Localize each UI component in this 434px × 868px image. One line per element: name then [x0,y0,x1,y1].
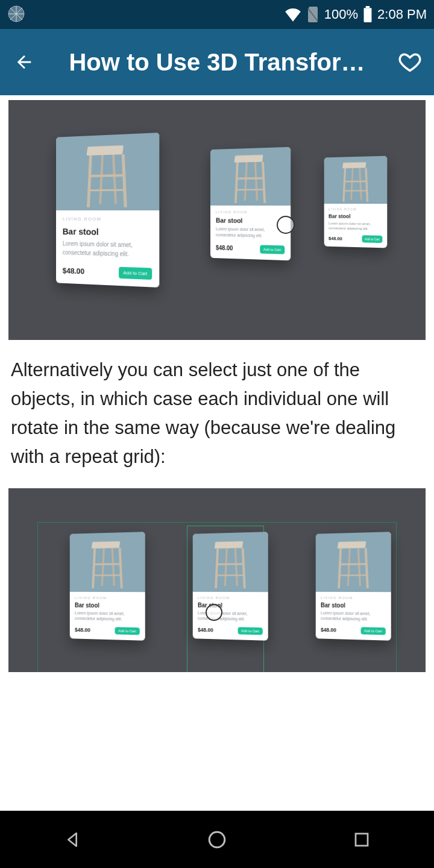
wifi-icon [285,7,301,22]
svg-rect-6 [366,6,370,8]
card-desc: Lorem ipsum dolor sit amet, consectetur … [321,611,386,623]
card-price: $48.00 [198,627,213,633]
product-card: LIVING ROOM Bar stool Lorem ipsum dolor … [210,147,291,260]
svg-line-37 [216,549,218,588]
status-bar: 100% 2:08 PM [0,0,434,29]
card-category: LIVING ROOM [216,210,285,215]
svg-line-31 [120,548,122,588]
card-name: Bar stool [63,226,152,237]
svg-line-24 [366,168,368,201]
nav-home-button[interactable] [202,825,232,855]
card-category: LIVING ROOM [321,596,386,600]
svg-rect-29 [92,541,121,549]
svg-line-16 [236,162,237,203]
card-desc: Lorem ipsum dolor sit amet, consectetur … [216,226,285,239]
svg-line-20 [236,178,263,179]
svg-line-12 [113,154,116,204]
svg-line-48 [340,564,367,565]
battery-icon [363,6,373,23]
svg-line-25 [351,168,353,200]
card-name: Bar stool [216,217,285,225]
svg-line-44 [339,549,341,588]
card-category: LIVING ROOM [63,216,152,222]
svg-line-46 [348,549,350,586]
svg-line-39 [225,549,227,586]
svg-line-17 [263,162,265,203]
card-desc: Lorem ipsum dolor sit amet, consectetur … [63,240,152,260]
svg-line-23 [344,168,345,202]
card-category: LIVING ROOM [198,596,263,600]
article-content[interactable]: LIVING ROOM Bar stool Lorem ipsum dolor … [0,100,434,796]
card-price: $48.00 [321,627,336,633]
add-to-cart-button: Add to Cart [115,627,140,635]
svg-line-38 [243,548,245,588]
card-desc: Lorem ipsum dolor sit amet, consectetur … [329,221,382,231]
article-paragraph: Alternatively you can select just one of… [0,340,434,488]
add-to-cart-button: Add to Cart [360,627,386,635]
card-category: LIVING ROOM [329,207,382,211]
figure-3d-cards-grid: LIVING ROOM Bar stool Lorem ipsum dolor … [8,488,426,672]
svg-line-45 [366,548,368,588]
product-card: LIVING ROOM Bar stool Lorem ipsum dolor … [316,532,391,640]
svg-rect-15 [234,155,263,163]
card-price: $48.00 [63,266,84,276]
clock: 2:08 PM [377,7,427,22]
figure-3d-cards-perspective: LIVING ROOM Bar stool Lorem ipsum dolor … [8,100,426,340]
favorite-button[interactable] [398,50,422,74]
card-price: $48.00 [216,245,233,252]
svg-rect-51 [356,834,368,846]
card-category: LIVING ROOM [75,596,140,600]
card-desc: Lorem ipsum dolor sit amet, consectetur … [75,611,140,623]
cursor-icon [277,216,295,234]
svg-rect-36 [215,541,244,549]
svg-line-34 [94,564,121,565]
product-card: LIVING ROOM Bar stool Lorem ipsum dolor … [324,156,388,248]
product-card: LIVING ROOM Bar stool Lorem ipsum dolor … [70,532,145,640]
svg-line-32 [102,549,104,586]
svg-line-33 [112,549,114,587]
card-price: $48.00 [75,627,90,633]
app-bar: How to Use 3D Transfor… [0,29,434,95]
product-card: LIVING ROOM Bar stool Lorem ipsum dolor … [193,532,268,640]
card-name: Bar stool [321,602,386,609]
cursor-icon [206,604,222,621]
svg-point-50 [209,832,225,848]
svg-line-40 [235,549,237,587]
svg-line-11 [100,155,102,204]
add-to-cart-button: Add to Cart [119,267,153,280]
svg-line-30 [93,549,95,588]
android-nav-bar [0,811,434,868]
svg-line-41 [217,564,244,565]
svg-line-19 [255,162,257,201]
svg-line-18 [245,162,247,201]
page-title: How to Use 3D Transfor… [51,49,383,76]
card-price: $48.00 [329,236,342,241]
svg-line-47 [358,549,360,587]
svg-rect-8 [86,145,124,156]
app-status-icon [7,5,25,25]
svg-rect-7 [364,8,372,22]
add-to-cart-button: Add to Cart [362,235,382,243]
nav-back-button[interactable] [57,825,87,855]
svg-line-13 [89,175,124,176]
svg-rect-43 [338,541,366,549]
blank-space [8,672,426,796]
add-to-cart-button: Add to Cart [260,245,285,254]
no-sim-icon [306,7,319,22]
svg-rect-22 [342,162,366,168]
svg-line-9 [88,156,90,207]
card-name: Bar stool [329,213,382,220]
card-name: Bar stool [75,602,140,609]
product-card: LIVING ROOM Bar stool Lorem ipsum dolor … [56,133,159,288]
svg-line-10 [123,154,125,207]
svg-line-14 [89,190,124,190]
nav-recents-button[interactable] [347,825,377,855]
back-button[interactable] [12,50,36,74]
svg-line-26 [360,168,362,200]
battery-percentage: 100% [324,7,358,22]
add-to-cart-button: Add to Cart [237,627,263,635]
